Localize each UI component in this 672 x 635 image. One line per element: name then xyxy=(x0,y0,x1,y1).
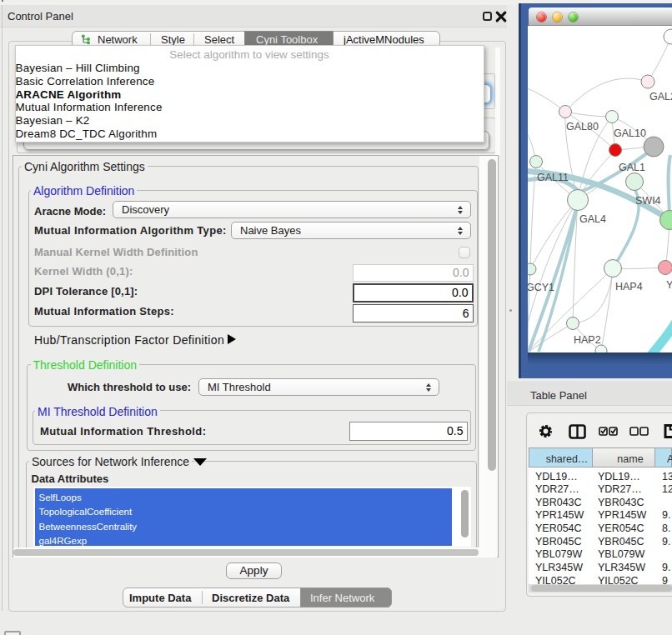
svg-text:HAP2: HAP2 xyxy=(574,334,601,346)
svg-text:SWI4: SWI4 xyxy=(635,195,661,207)
svg-text:GAL10: GAL10 xyxy=(614,128,646,139)
svg-text:Y: Y xyxy=(666,279,672,291)
svg-text:GAL2: GAL2 xyxy=(649,91,672,102)
svg-text:HAP4: HAP4 xyxy=(615,281,643,292)
svg-text:GAL1: GAL1 xyxy=(619,162,645,173)
svg-text:GCY1: GCY1 xyxy=(528,282,554,293)
svg-text:GAL80: GAL80 xyxy=(566,121,599,132)
svg-text:GAL11: GAL11 xyxy=(537,172,569,183)
svg-text:GAL4: GAL4 xyxy=(579,213,606,225)
